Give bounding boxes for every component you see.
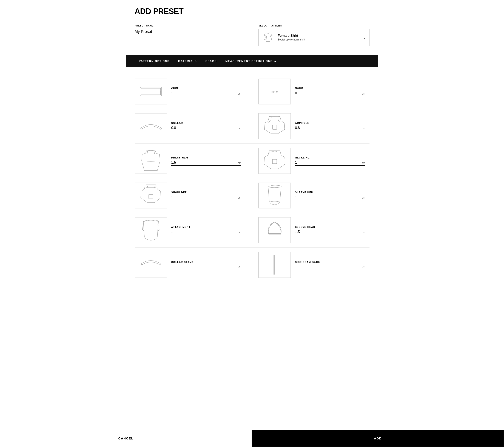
- side-seam-back-label: SIDE SEAM BACK: [295, 261, 365, 263]
- seams-grid: CUFF 1 cm none NONE 0 cm: [135, 74, 370, 282]
- side-seam-back-unit: cm: [362, 265, 365, 268]
- collar-unit: cm: [238, 127, 241, 130]
- sleeve-hem-label: SLEEVE HEM: [295, 191, 365, 194]
- sleeve-hem-unit: cm: [362, 196, 365, 199]
- armhole-thumbnail: [258, 113, 291, 139]
- side-seam-back-details: SIDE SEAM BACK cm: [295, 261, 370, 269]
- svg-rect-10: [149, 194, 153, 199]
- collar-value: 0.8: [171, 126, 236, 130]
- tab-pattern-options[interactable]: PATTERN OPTIONS: [135, 55, 174, 67]
- svg-rect-0: [140, 87, 162, 96]
- svg-rect-1: [141, 88, 161, 95]
- dress-hem-details: DRESS HEM 1.5 cm: [171, 156, 246, 166]
- svg-rect-11: [148, 229, 152, 233]
- cuff-unit: cm: [238, 92, 241, 95]
- armhole-unit: cm: [362, 127, 365, 130]
- attachment-label: ATTACHMENT: [171, 226, 241, 228]
- seam-row-armhole: ARMHOLE 0.8 cm: [252, 109, 370, 144]
- cuff-value: 1: [171, 91, 236, 95]
- seams-content: CUFF 1 cm none NONE 0 cm: [135, 74, 370, 282]
- preset-name-input[interactable]: [135, 29, 246, 35]
- sleeve-head-value: 1.5: [295, 230, 360, 234]
- collar-stand-details: COLLAR STAND cm: [171, 261, 246, 269]
- chevron-down-icon: ⌄: [363, 35, 366, 40]
- armhole-label: ARMHOLE: [295, 122, 365, 124]
- sleeve-hem-details: SLEEVE HEM 1 cm: [295, 191, 370, 200]
- seam-row-attachment: ATTACHMENT 1 cm: [135, 213, 252, 248]
- select-pattern-section: SELECT PATTERN Female Shirt Bootstrap wo…: [258, 25, 370, 46]
- shoulder-details: SHOULDER 1 cm: [171, 191, 246, 200]
- seam-row-cuff: CUFF 1 cm: [135, 74, 252, 109]
- sleeve-head-details: SLEEVE HEAD 1.5 cm: [295, 226, 370, 235]
- dress-hem-value: 1.5: [171, 161, 236, 165]
- pattern-subtitle: Bootstrap women's shirt: [278, 38, 360, 41]
- select-pattern-label: SELECT PATTERN: [258, 25, 370, 27]
- chevron-down-icon: ⌄: [274, 60, 276, 63]
- none-details: NONE 0 cm: [295, 87, 370, 96]
- shoulder-unit: cm: [238, 196, 241, 199]
- svg-rect-7: [272, 159, 277, 164]
- side-seam-back-thumbnail: [258, 252, 291, 278]
- pattern-info: Female Shirt Bootstrap women's shirt: [278, 34, 360, 41]
- collar-stand-unit: cm: [238, 265, 241, 268]
- collar-details: COLLAR 0.8 cm: [171, 122, 246, 131]
- seam-row-none: none NONE 0 cm: [252, 74, 370, 109]
- seam-row-collar-stand: COLLAR STAND cm: [135, 248, 252, 282]
- shoulder-thumbnail: [135, 183, 167, 208]
- sleeve-hem-thumbnail: [258, 183, 291, 208]
- shoulder-value: 1: [171, 195, 236, 199]
- armhole-value: 0.8: [295, 126, 360, 130]
- seam-row-sleeve-head: SLEEVE HEAD 1.5 cm: [252, 213, 370, 248]
- svg-line-15: [160, 264, 161, 265]
- pattern-name: Female Shirt: [278, 34, 360, 38]
- neckline-unit: cm: [362, 162, 365, 165]
- cuff-details: CUFF 1 cm: [171, 87, 246, 96]
- seam-row-side-seam-back: SIDE SEAM BACK cm: [252, 248, 370, 282]
- dress-hem-unit: cm: [238, 162, 241, 165]
- attachment-value: 1: [171, 230, 236, 234]
- preset-name-label: PRESET NAME: [135, 25, 246, 27]
- neckline-thumbnail: [258, 148, 291, 174]
- attachment-thumbnail: [135, 217, 167, 243]
- collar-thumbnail: [135, 113, 167, 139]
- seam-row-neckline: NECKLINE 1 cm: [252, 144, 370, 178]
- collar-stand-label: COLLAR STAND: [171, 261, 241, 263]
- cuff-thumbnail: [135, 79, 167, 104]
- svg-rect-6: [272, 125, 277, 130]
- dress-hem-thumbnail: [135, 148, 167, 174]
- none-thumbnail: none: [258, 79, 291, 104]
- sleeve-head-unit: cm: [362, 231, 365, 234]
- collar-label: COLLAR: [171, 122, 241, 124]
- pattern-card[interactable]: Female Shirt Bootstrap women's shirt ⌄: [258, 29, 370, 46]
- armhole-details: ARMHOLE 0.8 cm: [295, 122, 370, 131]
- sleeve-hem-value: 1: [295, 195, 360, 199]
- tab-measurement-definitions[interactable]: MEASUREMENT DEFINITIONS ⌄: [221, 55, 281, 67]
- cuff-label: CUFF: [171, 87, 241, 90]
- none-unit: cm: [362, 92, 365, 95]
- seam-row-shoulder: SHOULDER 1 cm: [135, 178, 252, 213]
- tab-seams[interactable]: SEAMS: [201, 55, 221, 67]
- neckline-details: NECKLINE 1 cm: [295, 156, 370, 166]
- sleeve-head-thumbnail: [258, 217, 291, 243]
- seam-row-collar: COLLAR 0.8 cm: [135, 109, 252, 144]
- svg-line-14: [141, 264, 142, 265]
- attachment-details: ATTACHMENT 1 cm: [171, 226, 246, 235]
- seam-row-sleeve-hem: SLEEVE HEM 1 cm: [252, 178, 370, 213]
- preset-name-section: PRESET NAME: [135, 25, 246, 46]
- none-label: NONE: [295, 87, 365, 90]
- shoulder-label: SHOULDER: [171, 191, 241, 194]
- pattern-thumbnail: [262, 31, 275, 44]
- neckline-value: 1: [295, 161, 360, 165]
- page-title: ADD PRESET: [135, 7, 370, 16]
- collar-stand-thumbnail: [135, 252, 167, 278]
- tab-materials[interactable]: MATERIALS: [174, 55, 201, 67]
- sleeve-head-label: SLEEVE HEAD: [295, 226, 365, 228]
- seam-row-dress-hem: DRESS HEM 1.5 cm: [135, 144, 252, 178]
- attachment-unit: cm: [238, 231, 241, 234]
- tabs-bar: PATTERN OPTIONS MATERIALS SEAMS MEASUREM…: [126, 55, 378, 67]
- neckline-label: NECKLINE: [295, 156, 365, 159]
- none-value: 0: [295, 91, 360, 95]
- dress-hem-label: DRESS HEM: [171, 156, 241, 159]
